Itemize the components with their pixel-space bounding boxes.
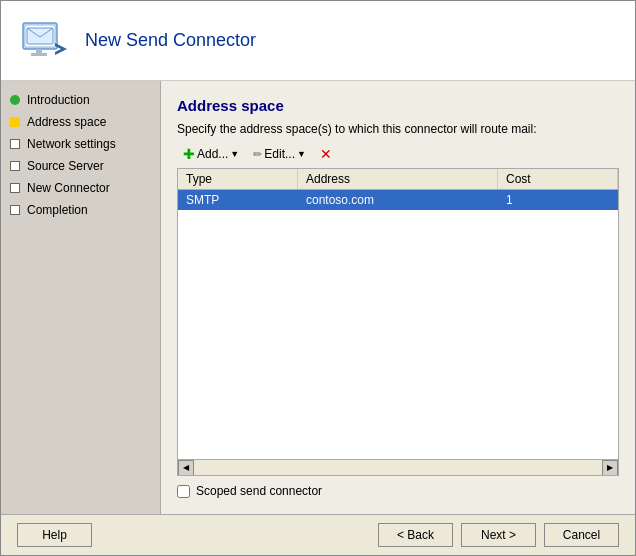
delete-icon: ✕ xyxy=(320,146,332,162)
scroll-right-button[interactable]: ▶ xyxy=(602,460,618,476)
address-space-table: Type Address Cost SMTP contoso.com 1 ◀ ▶ xyxy=(177,168,619,476)
footer-right: < Back Next > Cancel xyxy=(378,523,619,547)
dialog: New Send Connector Introduction Address … xyxy=(0,0,636,556)
add-icon: ✚ xyxy=(183,146,195,162)
help-button[interactable]: Help xyxy=(17,523,92,547)
sidebar-item-new-connector[interactable]: New Connector xyxy=(1,177,160,199)
back-button[interactable]: < Back xyxy=(378,523,453,547)
bullet-source-server xyxy=(9,160,21,172)
bullet-address-space xyxy=(9,116,21,128)
table-row[interactable]: SMTP contoso.com 1 xyxy=(178,190,618,210)
scroll-left-button[interactable]: ◀ xyxy=(178,460,194,476)
sidebar-label-new-connector: New Connector xyxy=(27,181,110,195)
add-dropdown-arrow-icon: ▼ xyxy=(230,149,239,159)
scoped-send-connector-checkbox[interactable] xyxy=(177,485,190,498)
edit-button[interactable]: ✏ Edit... ▼ xyxy=(247,145,312,163)
column-header-address: Address xyxy=(298,169,498,189)
edit-label: Edit... xyxy=(264,147,295,161)
main-content: Address space Specify the address space(… xyxy=(161,81,635,514)
sidebar-label-completion: Completion xyxy=(27,203,88,217)
column-header-type: Type xyxy=(178,169,298,189)
toolbar: ✚ Add... ▼ ✏ Edit... ▼ ✕ xyxy=(177,144,619,164)
sidebar-label-network-settings: Network settings xyxy=(27,137,116,151)
next-button[interactable]: Next > xyxy=(461,523,536,547)
sidebar-item-address-space[interactable]: Address space xyxy=(1,111,160,133)
edit-icon: ✏ xyxy=(253,148,262,161)
horizontal-scrollbar: ◀ ▶ xyxy=(178,459,618,475)
scoped-send-connector-label[interactable]: Scoped send connector xyxy=(196,484,322,498)
cancel-button[interactable]: Cancel xyxy=(544,523,619,547)
add-button[interactable]: ✚ Add... ▼ xyxy=(177,144,245,164)
sidebar-item-source-server[interactable]: Source Server xyxy=(1,155,160,177)
header-icon xyxy=(17,15,69,67)
sidebar-label-source-server: Source Server xyxy=(27,159,104,173)
scoped-connector-area: Scoped send connector xyxy=(177,484,619,498)
sidebar-label-introduction: Introduction xyxy=(27,93,90,107)
header: New Send Connector xyxy=(1,1,635,81)
add-label: Add... xyxy=(197,147,228,161)
cell-address: contoso.com xyxy=(298,190,498,210)
sidebar-label-address-space: Address space xyxy=(27,115,106,129)
body: Introduction Address space Network setti… xyxy=(1,81,635,514)
sidebar-item-network-settings[interactable]: Network settings xyxy=(1,133,160,155)
bullet-new-connector xyxy=(9,182,21,194)
sidebar-item-completion[interactable]: Completion xyxy=(1,199,160,221)
main-title: Address space xyxy=(177,97,619,114)
table-body: SMTP contoso.com 1 xyxy=(178,190,618,459)
svg-rect-4 xyxy=(31,53,47,56)
bullet-introduction xyxy=(9,94,21,106)
header-title: New Send Connector xyxy=(85,30,256,51)
scrollbar-track xyxy=(194,460,602,475)
edit-dropdown-arrow-icon: ▼ xyxy=(297,149,306,159)
sidebar-item-introduction[interactable]: Introduction xyxy=(1,89,160,111)
cell-cost: 1 xyxy=(498,190,618,210)
main-description: Specify the address space(s) to which th… xyxy=(177,122,619,136)
table-header: Type Address Cost xyxy=(178,169,618,190)
bullet-network-settings xyxy=(9,138,21,150)
cell-type: SMTP xyxy=(178,190,298,210)
bullet-completion xyxy=(9,204,21,216)
column-header-cost: Cost xyxy=(498,169,618,189)
delete-button[interactable]: ✕ xyxy=(314,144,340,164)
footer: Help < Back Next > Cancel xyxy=(1,514,635,555)
footer-left: Help xyxy=(17,523,92,547)
sidebar: Introduction Address space Network setti… xyxy=(1,81,161,514)
